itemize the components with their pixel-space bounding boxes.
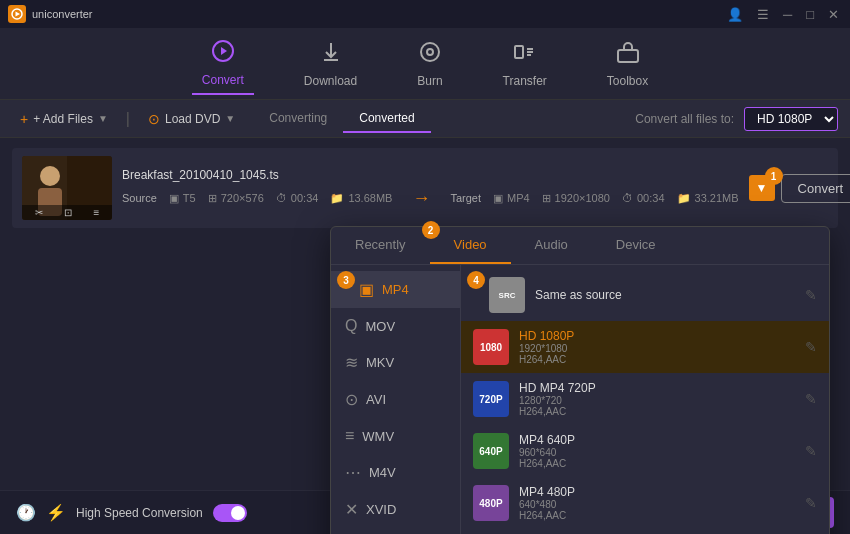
- preset-source-edit-icon[interactable]: ✎: [805, 287, 817, 303]
- settings-icon[interactable]: ≡: [93, 207, 99, 218]
- resolution-value: 720×576: [221, 192, 264, 204]
- preset-hd-720p[interactable]: 720P HD MP4 720P 1280*720 H264,AAC ✎: [461, 373, 829, 425]
- clock-icon: ⏱: [276, 192, 287, 204]
- format-wmv[interactable]: ≡ WMV: [331, 418, 460, 454]
- preset-hd-1080p[interactable]: 1080 HD 1080P 1920*1080 H264,AAC ✎: [461, 321, 829, 373]
- crop-icon[interactable]: ⊡: [64, 207, 72, 218]
- tab-converting[interactable]: Converting: [253, 105, 343, 133]
- preset-640-edit-icon[interactable]: ✎: [805, 443, 817, 459]
- target-format-icon: ▣: [493, 192, 503, 205]
- preset-640-details: 960*640 H264,AAC: [519, 447, 795, 469]
- preset-480-edit-icon[interactable]: ✎: [805, 495, 817, 511]
- file-meta: Source ▣ T5 ⊞ 720×576 ⏱ 00:34 📁 13.68MB: [122, 188, 739, 209]
- tab-video[interactable]: Video: [430, 227, 511, 264]
- target-resolution-group: ⊞ 1920×1080: [542, 192, 610, 205]
- format-select[interactable]: HD 1080P: [744, 107, 838, 131]
- tab-audio[interactable]: Audio: [511, 227, 592, 264]
- toolbox-nav-icon: [616, 40, 640, 70]
- svg-point-10: [40, 166, 60, 186]
- preset-4k-mp4[interactable]: 4K 4K MP4 3840*2160 H264,AAC ✎: [461, 529, 829, 534]
- resolution-group: ⊞ 720×576: [208, 192, 264, 205]
- preset-1080-name: HD 1080P: [519, 329, 795, 343]
- tab-group: Converting Converted: [253, 105, 430, 133]
- preset-mp4-640p[interactable]: 640P MP4 640P 960*640 H264,AAC ✎: [461, 425, 829, 477]
- nav-burn[interactable]: Burn: [407, 34, 452, 94]
- toggle-knob: [231, 506, 245, 520]
- resolution-icon: ⊞: [208, 192, 217, 205]
- menu-icon[interactable]: ☰: [754, 7, 772, 22]
- preset-720-edit-icon[interactable]: ✎: [805, 391, 817, 407]
- format-avc[interactable]: ⋯ AVC: [331, 528, 460, 534]
- preset-720-icon: 720P: [473, 381, 509, 417]
- format-m4v[interactable]: ⋯ M4V: [331, 454, 460, 491]
- format-mov[interactable]: Q MOV: [331, 308, 460, 344]
- preset-list: 4 SRC Same as source ✎ 1080: [461, 265, 829, 534]
- target-duration-group: ⏱ 00:34: [622, 192, 665, 204]
- avi-icon: ⊙: [345, 390, 358, 409]
- badge-4: 4: [467, 271, 485, 289]
- badge-3: 3: [337, 271, 355, 289]
- preset-1080-details: 1920*1080 H264,AAC: [519, 343, 795, 365]
- preset-same-as-source[interactable]: SRC Same as source ✎: [461, 269, 829, 321]
- add-files-button[interactable]: + + Add Files ▼: [12, 107, 116, 131]
- format-xvid[interactable]: ✕ XVID: [331, 491, 460, 528]
- codec-value: T5: [183, 192, 196, 204]
- tab-converted[interactable]: Converted: [343, 105, 430, 133]
- svg-rect-7: [618, 50, 638, 62]
- preset-1080-icon: 1080: [473, 329, 509, 365]
- nav-convert-label: Convert: [202, 73, 244, 87]
- target-folder-icon: 📁: [677, 192, 691, 205]
- preset-1080-edit-icon[interactable]: ✎: [805, 339, 817, 355]
- lightning-icon[interactable]: ⚡: [46, 503, 66, 522]
- nav-transfer[interactable]: Transfer: [493, 34, 557, 94]
- nav-convert[interactable]: Convert: [192, 33, 254, 95]
- format-tabs: Recently 2 Video Audio Device: [331, 227, 829, 265]
- size-value: 13.68MB: [348, 192, 392, 204]
- target-clock-icon: ⏱: [622, 192, 633, 204]
- format-mkv[interactable]: ≋ MKV: [331, 344, 460, 381]
- badge-1: 1: [765, 167, 783, 185]
- xvid-icon: ✕: [345, 500, 358, 519]
- speed-toggle[interactable]: [213, 504, 247, 522]
- close-button[interactable]: ✕: [825, 7, 842, 22]
- user-icon[interactable]: 👤: [724, 7, 746, 22]
- trim-icon[interactable]: ✂: [35, 207, 43, 218]
- convert-button[interactable]: Convert: [781, 174, 850, 203]
- nav-toolbox-label: Toolbox: [607, 74, 648, 88]
- preset-mp4-480p[interactable]: 480P MP4 480P 640*480 H264,AAC ✎: [461, 477, 829, 529]
- nav-toolbox[interactable]: Toolbox: [597, 34, 658, 94]
- maximize-button[interactable]: □: [803, 7, 817, 22]
- duration-group: ⏱ 00:34: [276, 192, 319, 204]
- toolbar-divider-1: |: [126, 110, 130, 128]
- load-dvd-button[interactable]: ⊙ Load DVD ▼: [140, 107, 243, 131]
- dvd-icon: ⊙: [148, 111, 160, 127]
- load-dvd-dropdown-icon[interactable]: ▼: [225, 113, 235, 124]
- title-bar-left: uniconverter: [8, 5, 93, 23]
- tab-device[interactable]: Device: [592, 227, 680, 264]
- preset-source-info: Same as source: [535, 288, 795, 302]
- title-bar: uniconverter 👤 ☰ ─ □ ✕: [0, 0, 850, 28]
- add-files-dropdown-icon[interactable]: ▼: [98, 113, 108, 124]
- preset-480-icon: 480P: [473, 485, 509, 521]
- mov-icon: Q: [345, 317, 357, 335]
- file-row: ✂ ⊡ ≡ Breakfast_20100410_1045.ts Source …: [12, 148, 838, 228]
- nav-download-label: Download: [304, 74, 357, 88]
- format-avi[interactable]: ⊙ AVI: [331, 381, 460, 418]
- svg-marker-3: [221, 47, 227, 55]
- target-label: Target: [450, 192, 481, 204]
- tab-recently[interactable]: Recently: [331, 227, 430, 264]
- nav-download[interactable]: Download: [294, 34, 367, 94]
- top-nav: Convert Download Burn Transfer Toolbox: [0, 28, 850, 100]
- minimize-button[interactable]: ─: [780, 7, 795, 22]
- convert-nav-icon: [211, 39, 235, 69]
- size-group: 📁 13.68MB: [330, 192, 392, 205]
- clock-bottom-icon[interactable]: 🕐: [16, 503, 36, 522]
- preset-480-details: 640*480 H264,AAC: [519, 499, 795, 521]
- speed-label: High Speed Conversion: [76, 506, 203, 520]
- app-name: uniconverter: [32, 8, 93, 20]
- arrow-right-icon: →: [412, 188, 430, 209]
- format-list: 3 ▣ MP4 Q MOV ≋ MKV ⊙ AVI ≡: [331, 265, 461, 534]
- preset-640-name: MP4 640P: [519, 433, 795, 447]
- load-dvd-label: Load DVD: [165, 112, 220, 126]
- wmv-icon: ≡: [345, 427, 354, 445]
